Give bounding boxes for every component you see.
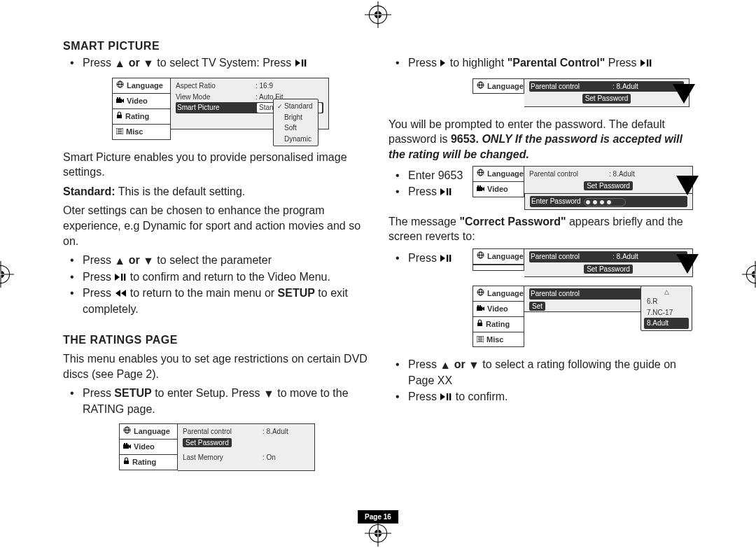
svg-rect-30 (449, 188, 451, 195)
popup-item: Dynamic (277, 134, 314, 145)
bullet-confirm: Press to confirm and return to the Video… (63, 269, 368, 286)
svg-rect-47 (447, 393, 448, 400)
svg-point-44 (479, 305, 481, 307)
svg-rect-45 (477, 323, 482, 326)
bullet-confirm2: Press to confirm. (388, 389, 693, 405)
registration-mark-icon (741, 260, 756, 289)
bullet-press-play2: Press (388, 251, 465, 267)
svg-rect-25 (647, 59, 648, 66)
sidebar-item-misc: Misc (473, 332, 524, 347)
up-arrow-icon: ▲ (440, 358, 451, 373)
svg-rect-12 (116, 99, 122, 103)
svg-point-43 (477, 305, 479, 307)
camera-icon (123, 442, 131, 452)
osd-row: Aspect Ratio: 16:9 (176, 80, 323, 92)
svg-rect-15 (117, 115, 122, 118)
right-arrow-icon (440, 56, 447, 71)
bullet-select-rating: Press ▲ or ▼ to select a rating followin… (388, 357, 693, 388)
sidebar-item-misc: Misc (113, 125, 170, 139)
registration-mark-icon (363, 0, 393, 29)
play-pause-icon (640, 56, 652, 71)
svg-rect-29 (447, 188, 448, 195)
camera-icon (116, 96, 124, 106)
svg-rect-26 (650, 59, 651, 66)
svg-rect-18 (124, 274, 125, 281)
svg-point-34 (477, 185, 479, 187)
osd-row-selected: Parental control: 8.Adult (529, 251, 687, 262)
popup-item: Standard (277, 101, 314, 112)
globe-icon (477, 251, 484, 262)
popup-item: Bright (277, 112, 314, 123)
sidebar-item-language: Language (473, 167, 524, 182)
svg-rect-8 (302, 59, 303, 66)
sidebar-item-language: Language (120, 424, 177, 440)
svg-rect-48 (449, 393, 451, 400)
rating-popup: △ 6.R 7.NC-17 8.Adult (640, 286, 692, 331)
osd-row: Parental control: 8.Adult (529, 169, 687, 180)
down-arrow-icon: ▼ (143, 56, 154, 71)
bullet-select-param: Press ▲ or ▼ to select the parameter (63, 253, 368, 269)
osd-revert: Language Parental control: 8.Adult Set P… (472, 248, 693, 277)
osd-sidebar: Language Video Rating (119, 423, 178, 470)
down-arrow-icon: ▼ (468, 358, 479, 373)
down-arrow-icon: ▼ (263, 386, 274, 402)
chevron-up-icon: △ (644, 288, 689, 296)
play-pause-icon (440, 185, 452, 200)
lock-icon (123, 457, 130, 468)
big-down-arrow-icon (671, 83, 696, 105)
bullet-press-play: Press (388, 184, 465, 200)
bullet-setup-rating: Press SETUP to enter Setup. Press ▼ to m… (63, 386, 368, 416)
play-pause-icon (440, 251, 452, 267)
para-smart-desc: Smart Picture enables you to provide per… (63, 150, 368, 180)
up-arrow-icon: ▲ (114, 56, 125, 71)
osd-rating-select: Language Video Rating Misc Parental cont… (472, 286, 690, 347)
globe-icon (123, 426, 131, 437)
svg-point-35 (479, 185, 481, 187)
osd-sidebar: Language Video Rating Misc (112, 78, 171, 139)
osd-row: Parental control: 8.Adult (183, 426, 309, 437)
svg-rect-9 (304, 59, 306, 66)
play-pause-icon (114, 270, 127, 286)
camera-icon (477, 184, 484, 195)
para-standard: Standard: This is the default setting. (63, 184, 368, 199)
right-column: Press to highlight "Parental Control" Pr… (388, 38, 693, 510)
para-ratings-desc: This menu enables you to set age restric… (63, 351, 368, 381)
globe-icon (477, 288, 484, 299)
list-icon (477, 335, 484, 345)
para-prompt: You will be prompted to enter the passwo… (388, 117, 693, 162)
svg-rect-24 (124, 461, 129, 464)
bullet-enter-9653: Enter 9653 (388, 168, 465, 183)
svg-point-13 (117, 97, 118, 99)
svg-rect-21 (123, 444, 129, 449)
big-down-arrow-icon (675, 174, 700, 197)
bullet-return: Press to return to the main menu or SETU… (63, 286, 368, 316)
para-other: Oter settings can be chosen to enhance t… (63, 203, 368, 248)
globe-icon (477, 81, 484, 92)
up-arrow-icon: ▲ (114, 253, 125, 269)
svg-rect-33 (477, 187, 482, 191)
heading-smart-picture: SMART PICTURE (63, 38, 368, 54)
osd-row-selected: Parental control: 8.Adult (529, 81, 684, 92)
rating-item: 7.NC-17 (644, 307, 689, 318)
sidebar-item-language: Language (473, 79, 524, 94)
rating-item-selected: 8.Adult (644, 318, 689, 329)
svg-point-14 (119, 97, 120, 99)
big-down-arrow-icon (675, 253, 700, 275)
registration-mark-icon (0, 260, 15, 289)
sidebar-item-video: Video (120, 440, 177, 455)
bullet-highlight-parental: Press to highlight "Parental Control" Pr… (388, 55, 693, 71)
osd-smart-picture: Language Video Rating Misc Aspect Ratio:… (112, 78, 329, 139)
page-number: Page 16 (358, 510, 398, 524)
popup-item: Soft (277, 122, 314, 134)
sidebar-item-language: Language (473, 249, 524, 265)
sidebar-item-video: Video (113, 94, 170, 109)
sidebar-item-language: Language (473, 286, 524, 302)
bullet-select-tv-system: Press ▲ or ▼ to select TV System: Press (63, 55, 368, 71)
sidebar-item-video: Video (473, 182, 524, 197)
para-correct: The message "Correct Password" appears b… (388, 214, 693, 244)
sidebar-item-rating: Rating (120, 455, 177, 470)
globe-icon (477, 169, 484, 179)
sidebar-item-rating: Rating (113, 109, 170, 125)
rewind-icon (114, 286, 127, 302)
heading-ratings: THE RATINGS PAGE (63, 332, 368, 348)
